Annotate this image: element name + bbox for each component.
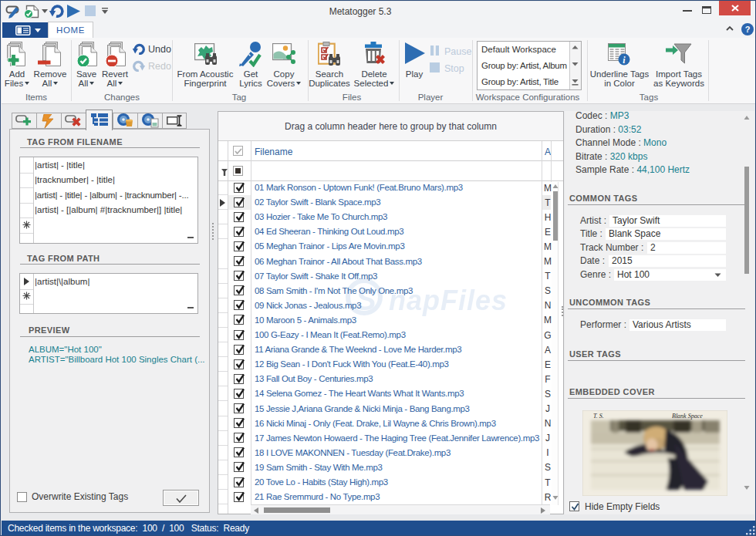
svg-text:Blank Space: Blank Space [672,413,703,420]
svg-text:T. S.: T. S. [593,413,604,420]
